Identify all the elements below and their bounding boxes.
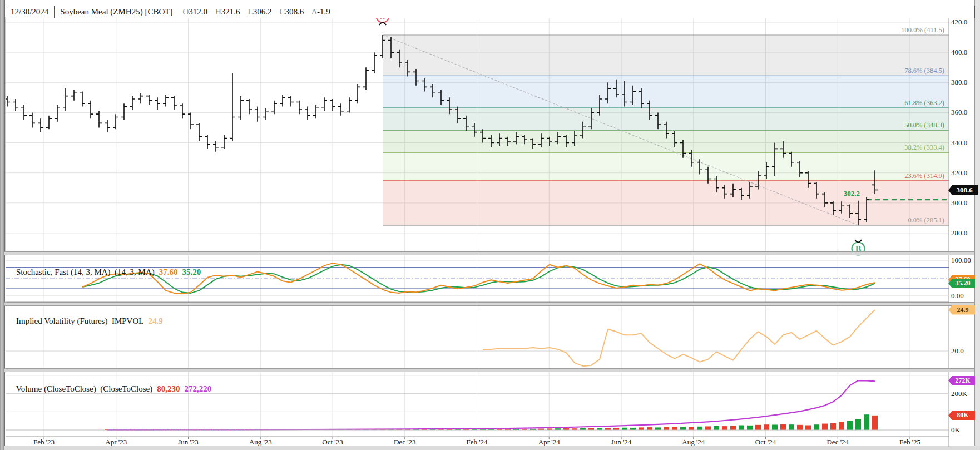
price-axis-label: 380.0 [951, 78, 976, 87]
volume-bar [722, 426, 727, 430]
quote-date: 12/30/2024 [6, 7, 54, 17]
chart-application-window: 100.0% (411.5)78.6% (384.5)61.8% (363.2)… [0, 0, 980, 450]
ohlc-bar [138, 93, 143, 103]
stochastic-study-label[interactable]: Stochastic, Fast (14, 3, MA) (14, 3, MA)… [8, 258, 201, 286]
stochastic-d-badge: 35.20 [948, 279, 975, 288]
volume-bar [697, 427, 702, 430]
time-axis-label: Dec '24 [826, 438, 849, 447]
volume-bar [755, 425, 761, 430]
ohlc-bar [13, 99, 18, 111]
fib-level-label: 38.2% (333.4) [904, 144, 944, 151]
ohlc-bar [372, 52, 377, 73]
ohlc-field: Δ-1.9 [311, 7, 330, 17]
fib-level-label: 100.0% (411.5) [901, 26, 944, 34]
impvol-study-label[interactable]: Implied Volatility (Futures) IMPVOL24.9 [8, 307, 163, 335]
time-axis-label: Feb '23 [33, 438, 55, 447]
stochastic-axis-label: 0.00 [951, 291, 976, 300]
price-axis-label: 280.0 [951, 229, 976, 238]
ohlc-bar [155, 97, 160, 110]
time-axis-label: Oct '24 [755, 438, 776, 447]
ohlc-bar [38, 118, 43, 132]
volume-bar [814, 424, 819, 430]
ohlc-bar [96, 111, 102, 128]
impvol-badge: 24.9 [948, 305, 975, 315]
volume-study-label[interactable]: Volume (CloseToClose) (CloseToClose)80,2… [8, 375, 211, 403]
panel-splitter[interactable] [4, 302, 974, 306]
price-axis-label: 420.0 [951, 18, 976, 27]
ohlc-bar [146, 95, 152, 105]
ohlc-bar [113, 114, 118, 129]
fib-level-label: 50.0% (348.3) [904, 121, 944, 129]
fib-level-label: 23.6% (314.9) [904, 172, 944, 180]
ohlc-field: C308.6 [280, 7, 304, 17]
fib-zone [383, 152, 949, 180]
price-axis-label: 360.0 [951, 108, 976, 117]
volume-bar [664, 427, 669, 430]
ohlc-bar [230, 73, 235, 141]
price-axis-label: 320.0 [951, 169, 976, 177]
ohlc-bar [238, 96, 244, 120]
volume-bar [739, 425, 744, 430]
fib-zone [383, 108, 949, 130]
ohlc-bar [105, 120, 110, 132]
ohlc-bar [355, 84, 360, 103]
quote-header-bar: 12/30/2024 Soybean Meal (ZMH25) [CBOT] O… [6, 6, 975, 18]
volume-line-badge: 272K [948, 376, 975, 385]
stochastic-k-value: 37.60 [159, 268, 178, 276]
impvol-value: 24.9 [148, 317, 162, 325]
time-axis-label: Oct '23 [322, 438, 343, 447]
volume-axis-label: 200K [951, 389, 976, 398]
last-price-badge: 308.6 [948, 185, 978, 195]
ohlc-bar [330, 99, 335, 111]
volume-bar [822, 424, 828, 430]
volume-line-value: 272,220 [185, 384, 212, 393]
volume-bar [705, 426, 711, 430]
volume-bar [647, 427, 652, 430]
ohlc-bar [130, 96, 135, 110]
ohlc-bar [188, 112, 194, 129]
ohlc-bar [363, 67, 369, 90]
ohlc-bar [171, 96, 177, 110]
panel-splitter[interactable] [4, 368, 974, 372]
volume-bar [680, 427, 686, 430]
volume-bar [855, 419, 861, 430]
volume-bar-badge: 80K [948, 411, 975, 420]
volume-bar [689, 427, 694, 430]
ohlc-bar [305, 107, 310, 120]
impvol-axis-label: 20.0 [951, 347, 976, 355]
time-axis-label: Feb '25 [899, 438, 920, 447]
ohlc-bar [338, 103, 344, 116]
ohlc-bar [313, 105, 319, 118]
fib-zone [383, 130, 949, 152]
fib-level-label: 61.8% (363.2) [904, 99, 944, 107]
volume-bar [714, 426, 719, 430]
main-price-panel[interactable]: 100.0% (411.5)78.6% (384.5)61.8% (363.2)… [4, 22, 949, 233]
ohlc-bar [321, 97, 327, 111]
volume-bar [630, 428, 636, 430]
ohlc-field: O312.0 [182, 7, 207, 17]
volume-bar [839, 422, 844, 430]
volume-bar-value: 80,230 [157, 384, 180, 393]
ohlc-bar [180, 103, 185, 118]
volume-bar [639, 427, 644, 430]
volume-axis-label: 0K [951, 426, 976, 434]
price-axis-label: 400.0 [951, 48, 976, 57]
volume-bar [747, 426, 753, 430]
ohlc-bar [29, 112, 35, 127]
ohlc-readout: O312.0H321.6L306.2C308.6Δ-1.9 [182, 7, 330, 17]
ohlc-bar [163, 95, 169, 107]
impvol-line [483, 310, 875, 366]
volume-bar [872, 416, 878, 430]
ohlc-bar [246, 99, 252, 114]
volume-bar [730, 426, 736, 430]
ohlc-bar [221, 135, 227, 149]
trade-entry-price-label: 302.2 [844, 189, 860, 197]
fib-zone [383, 76, 949, 108]
time-axis-label: Aug '24 [682, 438, 705, 447]
ohlc-bar [280, 95, 285, 107]
fib-level-label: 0.0% (285.1) [908, 216, 944, 224]
ohlc-bar [347, 97, 352, 112]
panel-splitter[interactable] [4, 251, 974, 255]
price-axis-label: 340.0 [951, 139, 976, 147]
time-axis-label: Feb '24 [466, 438, 487, 447]
